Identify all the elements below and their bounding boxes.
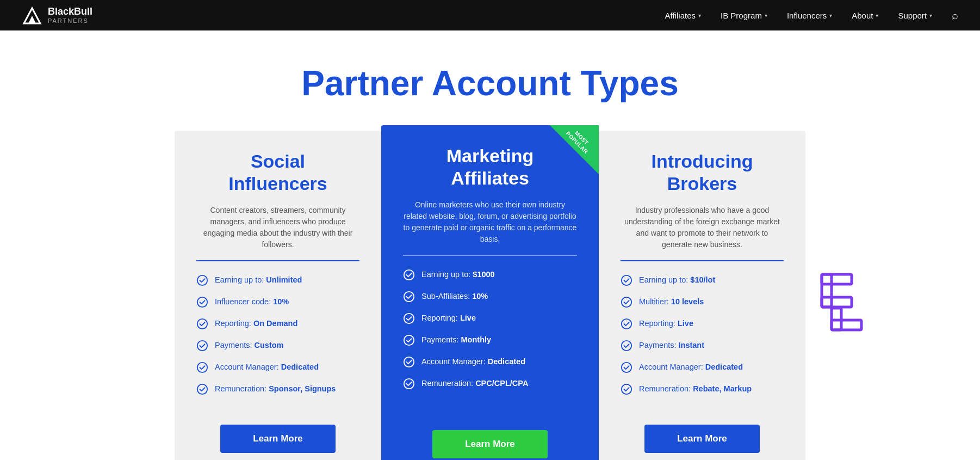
svg-point-16 — [622, 297, 631, 306]
check-circle-icon — [403, 356, 415, 368]
feature-list-marketing: Earning up to: $1000 Sub-Affiliates: 10%… — [403, 269, 577, 400]
feature-sub-affiliates: Sub-Affiliates: 10% — [403, 291, 577, 303]
check-circle-icon — [196, 274, 208, 286]
feature-payments: Payments: Custom — [196, 340, 359, 352]
chevron-down-icon: ▾ — [765, 13, 767, 19]
nav-about-label: About — [852, 11, 873, 20]
card-marketing-affiliates: MOST POPULAR Marketing Affiliates Online… — [381, 125, 599, 460]
feature-reporting: Reporting: On Demand — [196, 318, 359, 330]
check-circle-icon — [196, 383, 208, 395]
card-divider — [403, 255, 577, 256]
nav-support[interactable]: Support ▾ — [898, 11, 932, 20]
chevron-down-icon: ▾ — [698, 13, 701, 19]
check-circle-icon — [196, 318, 208, 330]
nav-ib-program[interactable]: IB Program ▾ — [721, 11, 767, 20]
feature-payments: Payments: Instant — [621, 340, 784, 352]
svg-point-4 — [197, 297, 207, 306]
feature-account-manager: Account Manager: Dedicated — [621, 361, 784, 373]
brand-logo[interactable]: BlackBull PARTNERS — [22, 5, 92, 26]
check-circle-icon — [403, 312, 415, 324]
feature-earning: Earning up to: $10/lot — [621, 274, 784, 286]
check-circle-icon — [196, 296, 208, 308]
feature-account-manager: Account Manager: Dedicated — [196, 361, 359, 373]
chevron-down-icon: ▾ — [876, 13, 878, 19]
nav-affiliates-label: Affiliates — [665, 11, 696, 20]
search-icon[interactable]: ⌕ — [952, 9, 958, 22]
feature-payments: Payments: Monthly — [403, 334, 577, 346]
svg-point-6 — [197, 340, 207, 350]
svg-rect-21 — [822, 274, 832, 307]
feature-earning: Earning up to: $1000 — [403, 269, 577, 281]
svg-point-12 — [404, 335, 414, 345]
check-circle-icon — [621, 318, 632, 330]
logo-icon — [22, 5, 42, 26]
nav-influencers[interactable]: Influencers ▾ — [787, 11, 832, 20]
nav-affiliates[interactable]: Affiliates ▾ — [665, 11, 701, 20]
learn-more-marketing-button[interactable]: Learn More — [432, 430, 548, 458]
svg-point-11 — [404, 313, 414, 323]
card-social-influencers: Social Influencers Content creators, str… — [175, 131, 381, 460]
card-divider — [621, 260, 784, 261]
most-popular-badge: MOST POPULAR — [550, 125, 599, 174]
svg-point-13 — [404, 357, 414, 366]
card-divider — [196, 260, 359, 261]
learn-more-brokers-button[interactable]: Learn More — [644, 425, 760, 453]
svg-point-7 — [197, 362, 207, 372]
chevron-down-icon: ▾ — [829, 13, 832, 19]
main-content: Partner Account Types Social Influencers… — [0, 30, 980, 460]
feature-remuneration: Remuneration: CPC/CPL/CPA — [403, 378, 577, 390]
feature-influencer-code: Influencer code: 10% — [196, 296, 359, 308]
learn-more-social-button[interactable]: Learn More — [220, 425, 336, 453]
nav-about[interactable]: About ▾ — [852, 11, 878, 20]
check-circle-icon — [196, 340, 208, 352]
badge-text: MOST POPULAR — [559, 125, 599, 161]
check-circle-icon — [403, 378, 415, 390]
brand-name: BlackBull — [48, 7, 92, 17]
check-circle-icon — [621, 340, 632, 352]
svg-point-17 — [622, 318, 631, 328]
svg-rect-22 — [822, 274, 852, 284]
check-circle-icon — [403, 269, 415, 281]
check-circle-icon — [403, 291, 415, 303]
feature-multitier: Multitier: 10 levels — [621, 296, 784, 308]
check-circle-icon — [621, 383, 632, 395]
feature-remuneration: Remuneration: Sponsor, Signups — [196, 383, 359, 395]
page-title: Partner Account Types — [22, 63, 958, 103]
svg-point-19 — [622, 362, 631, 372]
feature-reporting: Reporting: Live — [621, 318, 784, 330]
card-introducing-brokers: Introducing Brokers Industry professiona… — [599, 131, 805, 460]
card-desc-social: Content creators, streamers, community m… — [196, 205, 359, 250]
feature-reporting: Reporting: Live — [403, 312, 577, 324]
nav-support-label: Support — [898, 11, 927, 20]
feature-list-brokers: Earning up to: $10/lot Multitier: 10 lev… — [621, 274, 784, 405]
svg-point-5 — [197, 318, 207, 328]
svg-point-15 — [622, 275, 631, 285]
nav-influencers-label: Influencers — [787, 11, 827, 20]
svg-point-18 — [622, 340, 631, 350]
card-desc-brokers: Industry professionals who have a good u… — [621, 205, 784, 250]
svg-point-20 — [622, 384, 631, 394]
feature-account-manager: Account Manager: Dedicated — [403, 356, 577, 368]
feature-remuneration: Remuneration: Rebate, Markup — [621, 383, 784, 395]
navbar: BlackBull PARTNERS Affiliates ▾ IB Progr… — [0, 0, 980, 30]
card-desc-marketing: Online marketers who use their own indus… — [403, 199, 577, 245]
card-title-social: Social Influencers — [228, 150, 327, 195]
svg-point-9 — [404, 269, 414, 279]
feature-earning: Earning up to: Unlimited — [196, 274, 359, 286]
check-circle-icon — [403, 334, 415, 346]
svg-point-3 — [197, 275, 207, 285]
feature-list-social: Earning up to: Unlimited Influencer code… — [196, 274, 359, 405]
decorative-icon — [816, 269, 871, 336]
card-title-marketing: Marketing Affiliates — [446, 145, 534, 189]
check-circle-icon — [196, 361, 208, 373]
nav-ib-program-label: IB Program — [721, 11, 762, 20]
check-circle-icon — [621, 274, 632, 286]
nav-links: Affiliates ▾ IB Program ▾ Influencers ▾ … — [665, 9, 958, 22]
svg-point-8 — [197, 384, 207, 394]
svg-rect-23 — [822, 297, 852, 307]
svg-point-10 — [404, 291, 414, 301]
check-circle-icon — [621, 361, 632, 373]
brand-sub: PARTNERS — [48, 17, 92, 24]
svg-rect-25 — [832, 320, 861, 330]
svg-point-14 — [404, 378, 414, 388]
